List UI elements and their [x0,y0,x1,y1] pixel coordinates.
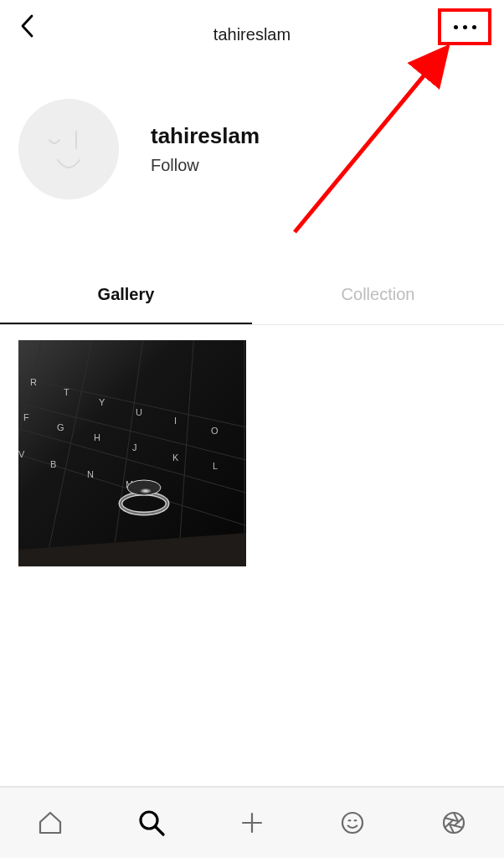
tab-collection[interactable]: Collection [252,270,504,324]
svg-text:V: V [18,449,25,459]
tab-gallery[interactable]: Gallery [0,270,252,324]
svg-line-40 [450,824,463,828]
plus-icon [239,809,265,836]
gallery-item[interactable]: RTY UIO FGH JKL VBN M [18,340,246,566]
profile-section: tahireslam Follow [18,99,260,199]
svg-text:J: J [132,442,137,452]
svg-text:B: B [50,459,56,469]
search-icon [136,808,167,838]
svg-text:I: I [174,416,177,426]
svg-text:U: U [136,407,142,417]
svg-text:K: K [172,452,179,463]
svg-text:R: R [30,377,37,387]
nav-reactions[interactable] [334,804,371,841]
chevron-left-icon [20,14,35,38]
nav-home[interactable] [32,804,69,841]
svg-text:F: F [23,412,29,422]
top-bar: tahireslam [0,0,504,52]
profile-username: tahireslam [151,123,260,149]
svg-line-0 [295,54,442,232]
svg-point-30 [127,480,161,495]
avatar[interactable] [18,99,119,199]
smile-icon [339,809,366,836]
svg-text:G: G [57,422,64,432]
svg-point-37 [444,813,464,833]
gallery-thumbnail-image: RTY UIO FGH JKL VBN M [18,340,246,566]
bottom-nav [0,786,504,858]
gallery-grid: RTY UIO FGH JKL VBN M [18,340,246,566]
ellipsis-icon [454,25,476,29]
more-options-button[interactable] [438,8,491,45]
nav-add[interactable] [234,804,270,841]
page-title: tahireslam [0,8,504,44]
profile-tabs: Gallery Collection [0,270,504,325]
annotation-arrow [276,44,486,245]
nav-search[interactable] [133,804,170,841]
avatar-placeholder-icon [39,120,98,178]
back-button[interactable] [15,13,40,39]
svg-text:O: O [211,426,219,436]
home-icon [37,809,64,836]
svg-line-33 [156,827,163,835]
app-screen: tahireslam tahireslam Follow [0,0,504,858]
profile-text: tahireslam Follow [151,123,260,175]
aperture-icon [440,809,467,836]
nav-settings[interactable] [435,804,472,841]
svg-text:H: H [94,432,100,442]
svg-point-36 [342,813,363,833]
svg-text:L: L [213,461,218,471]
follow-button[interactable]: Follow [151,156,260,175]
svg-text:T: T [64,387,69,397]
svg-line-43 [445,818,457,821]
svg-text:Y: Y [99,397,105,407]
svg-text:N: N [87,469,94,479]
